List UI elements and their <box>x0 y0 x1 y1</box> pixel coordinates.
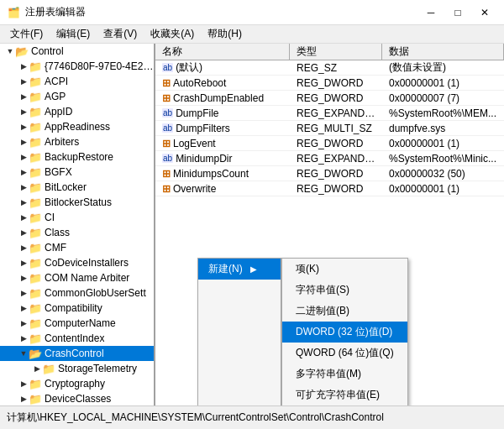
folder-icon: 📁 <box>29 121 42 133</box>
close-button[interactable]: ✕ <box>472 4 497 21</box>
cell-name-text: MinidumpsCount <box>173 168 249 180</box>
tree-item[interactable]: ▶📁ContentIndex <box>0 331 154 346</box>
reg-dword-icon: ⊞ <box>162 92 171 104</box>
tree-item[interactable]: ▶📁BitlockerStatus <box>0 195 154 210</box>
cell-type: REG_DWORD <box>290 77 382 89</box>
context-new-item[interactable]: 新建(N) ▶ <box>198 259 281 280</box>
tree-item-label: CMF <box>45 242 66 254</box>
reg-dword-icon: ⊞ <box>162 168 171 180</box>
menu-item-v[interactable]: 查看(V) <box>97 25 144 43</box>
cell-name: ab(默认) <box>155 60 290 75</box>
cell-data: 0x00000001 (1) <box>382 183 504 195</box>
tree-item[interactable]: ▶📁AGP <box>0 89 154 104</box>
submenu-item[interactable]: 项(K) <box>282 259 407 280</box>
tree-item[interactable]: ▶📁CoDeviceInstallers <box>0 255 154 270</box>
tree-item[interactable]: ▶📁COM Name Arbiter <box>0 270 154 285</box>
tree-item[interactable]: ▶📁CMF <box>0 240 154 255</box>
col-header-type: 类型 <box>290 44 382 60</box>
tree-item[interactable]: ▶📁{7746D80F-97E0-4E26-... <box>0 59 154 74</box>
table-row[interactable]: abMinidumpDirREG_EXPAND_SZ%SystemRoot%\M… <box>155 151 504 166</box>
cell-data: 0x00000001 (1) <box>382 138 504 149</box>
folder-icon: 📁 <box>29 91 42 103</box>
tree-item-label: BitLocker <box>45 181 87 193</box>
cell-data: 0x00000007 (7) <box>382 92 504 104</box>
cell-data: dumpfve.sys <box>382 123 504 134</box>
tree-item[interactable]: ▶📁Arbiters <box>0 134 154 149</box>
expand-arrow-icon: ▼ <box>5 47 15 55</box>
table-header: 名称 类型 数据 <box>155 44 504 60</box>
submenu-item[interactable]: 多字符串值(M) <box>282 364 407 385</box>
cell-name-text: DumpFilters <box>176 123 230 134</box>
minimize-button[interactable]: ─ <box>418 4 444 21</box>
submenu-item[interactable]: 字符串值(S) <box>282 280 407 301</box>
folder-icon: 📁 <box>29 106 42 118</box>
submenu: 项(K)字符串值(S)二进制值(B)DWORD (32 位)值(D)QWORD … <box>281 258 408 405</box>
tree-item[interactable]: ▶📁BackupRestore <box>0 149 154 165</box>
table-row[interactable]: ⊞AutoRebootREG_DWORD0x00000001 (1) <box>155 76 504 91</box>
cell-name: ⊞AutoReboot <box>155 77 290 89</box>
expand-arrow-icon: ▶ <box>18 198 29 207</box>
submenu-item[interactable]: QWORD (64 位)值(Q) <box>282 343 407 364</box>
tree-item[interactable]: ▼📂Control <box>0 44 154 59</box>
tree-item[interactable]: ▶📁Class <box>0 225 154 240</box>
expand-arrow-icon: ▶ <box>18 395 29 403</box>
tree-item[interactable]: ▶📁CI <box>0 210 154 225</box>
cell-name: abMinidumpDir <box>155 153 290 165</box>
reg-string-icon: ab <box>162 108 173 118</box>
table-row[interactable]: abDumpFiltersREG_MULTI_SZdumpfve.sys <box>155 121 504 136</box>
tree-item[interactable]: ▶📁Compatibility <box>0 301 154 316</box>
table-row[interactable]: ⊞LogEventREG_DWORD0x00000001 (1) <box>155 136 504 151</box>
expand-arrow-icon: ▶ <box>18 168 29 176</box>
expand-arrow-icon: ▶ <box>18 259 29 267</box>
tree-item-label: ContentIndex <box>45 332 104 344</box>
tree-item[interactable]: ▶📁Cryptography <box>0 376 154 391</box>
expand-arrow-icon: ▶ <box>18 243 29 252</box>
tree-item-label: StorageTelemetry <box>58 363 137 374</box>
folder-icon: 📁 <box>29 227 42 239</box>
expand-arrow-icon: ▶ <box>18 228 29 237</box>
maximize-button[interactable]: □ <box>445 4 470 21</box>
folder-icon: 📁 <box>29 393 42 405</box>
tree-item-label: Arbiters <box>45 136 79 148</box>
submenu-item[interactable]: DWORD (32 位)值(D) <box>282 322 407 343</box>
folder-icon: 📁 <box>29 332 42 345</box>
folder-icon: 📁 <box>29 181 42 194</box>
tree-item[interactable]: ▶📁DeviceClasses <box>0 391 154 405</box>
menu-item-h[interactable]: 帮助(H) <box>201 25 249 43</box>
table-row[interactable]: ⊞MinidumpsCountREG_DWORD0x00000032 (50) <box>155 166 504 181</box>
tree-item[interactable]: ▼📂CrashControl <box>0 346 154 361</box>
tree-item[interactable]: ▶📁AppReadiness <box>0 119 154 134</box>
submenu-item[interactable]: 可扩充字符串值(E) <box>282 385 407 405</box>
status-bar: 计算机\HKEY_LOCAL_MACHINE\SYSTEM\CurrentCon… <box>0 405 504 429</box>
cell-name: ⊞MinidumpsCount <box>155 168 290 180</box>
tree-scroll[interactable]: ▼📂Control▶📁{7746D80F-97E0-4E26-...▶📁ACPI… <box>0 44 154 405</box>
context-arrow-icon: ▶ <box>250 264 257 274</box>
table-row[interactable]: ab(默认)REG_SZ(数值未设置) <box>155 60 504 76</box>
cell-type: REG_DWORD <box>290 183 382 195</box>
tree-item[interactable]: ▶📁StorageTelemetry <box>0 361 154 376</box>
expand-arrow-icon: ▶ <box>18 379 29 388</box>
status-path: 计算机\HKEY_LOCAL_MACHINE\SYSTEM\CurrentCon… <box>7 411 384 425</box>
tree-item[interactable]: ▶📁BitLocker <box>0 180 154 195</box>
col-header-name: 名称 <box>155 44 290 60</box>
expand-arrow-icon: ▶ <box>18 138 29 146</box>
cell-data: 0x00000001 (1) <box>382 77 504 89</box>
cell-name-text: LogEvent <box>173 138 216 149</box>
expand-arrow-icon: ▶ <box>18 153 29 161</box>
expand-arrow-icon: ▶ <box>18 319 29 327</box>
table-row[interactable]: ⊞CrashDumpEnabledREG_DWORD0x00000007 (7) <box>155 91 504 106</box>
menu-item-a[interactable]: 收藏夹(A) <box>144 25 201 43</box>
tree-item[interactable]: ▶📁BGFX <box>0 165 154 180</box>
menu-item-f[interactable]: 文件(F) <box>3 25 50 43</box>
expand-arrow-icon: ▶ <box>18 62 29 71</box>
table-row[interactable]: abDumpFileREG_EXPAND_SZ%SystemRoot%\MEM.… <box>155 106 504 121</box>
menu-item-e[interactable]: 编辑(E) <box>50 25 97 43</box>
tree-item[interactable]: ▶📁CommonGlobUserSett <box>0 285 154 301</box>
expand-arrow-icon: ▶ <box>18 123 29 131</box>
table-row[interactable]: ⊞OverwriteREG_DWORD0x00000001 (1) <box>155 181 504 196</box>
tree-item[interactable]: ▶📁ACPI <box>0 74 154 89</box>
submenu-item[interactable]: 二进制值(B) <box>282 301 407 322</box>
tree-item[interactable]: ▶📁ComputerName <box>0 316 154 331</box>
tree-item[interactable]: ▶📁AppID <box>0 104 154 119</box>
cell-type: REG_MULTI_SZ <box>290 123 382 134</box>
